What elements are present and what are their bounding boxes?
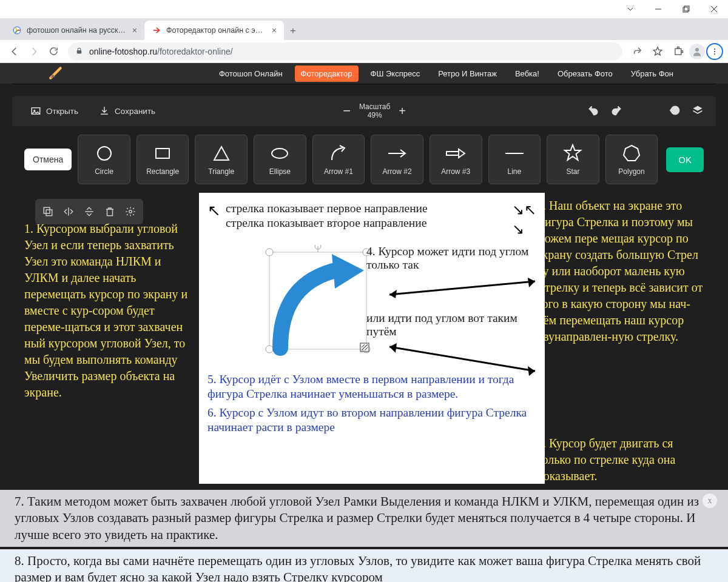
browser-tab-active[interactable]: Фоторедактор онлайн с эффектами × bbox=[144, 21, 284, 40]
window-restore-icon[interactable] bbox=[672, 0, 700, 18]
shape-label: Star bbox=[566, 167, 579, 176]
google-favicon-icon bbox=[12, 25, 22, 35]
shape-label: Arrow #3 bbox=[441, 167, 470, 176]
canvas-arrow-shape[interactable] bbox=[262, 245, 377, 360]
browser-menu-icon[interactable] bbox=[706, 43, 723, 60]
svg-rect-6 bbox=[77, 50, 82, 53]
shape-label: Triangle bbox=[208, 167, 234, 176]
undo-icon[interactable] bbox=[587, 104, 599, 118]
window-caret-icon[interactable] bbox=[616, 0, 644, 18]
shape-line[interactable]: Line bbox=[488, 135, 541, 184]
shape-label: Polygon bbox=[618, 167, 644, 176]
nav-item-photoshop-online[interactable]: Фотошоп Онлайн bbox=[213, 65, 289, 82]
nav-back-button[interactable] bbox=[5, 42, 24, 61]
url-path: /fotoredaktor-online/ bbox=[157, 47, 233, 56]
shape-label: Rectangle bbox=[146, 167, 179, 176]
annotation-angle-alt: или идти под углом вот таким путём bbox=[366, 312, 536, 338]
circle-icon bbox=[94, 143, 115, 164]
extensions-icon[interactable] bbox=[669, 42, 688, 61]
nav-item-webcam[interactable]: Вебка! bbox=[509, 65, 545, 82]
duplicate-icon[interactable] bbox=[38, 201, 58, 222]
svg-rect-21 bbox=[447, 152, 459, 155]
shape-circle[interactable]: Circle bbox=[78, 135, 130, 184]
history-icon[interactable] bbox=[669, 104, 681, 118]
tab-close-icon[interactable]: × bbox=[132, 25, 137, 35]
svg-point-11 bbox=[714, 48, 715, 49]
trash-icon[interactable] bbox=[99, 201, 120, 222]
zoom-in-button[interactable]: + bbox=[399, 104, 406, 118]
nw-se-cursor-icon: ↖ bbox=[207, 201, 221, 220]
nav-item-retro[interactable]: Ретро И Винтаж bbox=[432, 65, 503, 82]
canvas-area: 1. Курсором выбрали угловой Узел и если … bbox=[12, 193, 716, 490]
profile-avatar-icon[interactable] bbox=[689, 44, 705, 59]
shape-arrow-1[interactable]: Arrow #1 bbox=[312, 135, 365, 184]
shape-polygon[interactable]: Polygon bbox=[605, 135, 658, 184]
browser-tab[interactable]: фотошоп онлайн на русском - × bbox=[5, 21, 144, 40]
flip-v-icon[interactable] bbox=[79, 201, 99, 222]
new-tab-button[interactable]: + bbox=[284, 22, 302, 40]
window-minimize-icon[interactable] bbox=[644, 0, 672, 18]
paper-canvas: ↖ стрелка показывает первое направление … bbox=[199, 193, 545, 484]
shape-label: Circle bbox=[95, 167, 113, 176]
paper-line-2: стрелка показывает второе направление bbox=[226, 216, 507, 230]
star-icon bbox=[562, 143, 583, 164]
ellipse-icon bbox=[269, 143, 290, 164]
svg-rect-25 bbox=[107, 209, 113, 216]
svg-line-35 bbox=[389, 281, 535, 295]
open-label: Открыть bbox=[46, 107, 78, 116]
ok-button[interactable]: OK bbox=[666, 147, 704, 172]
site-favicon-icon bbox=[152, 25, 161, 35]
annotation-8-panel: 8. Просто, когда вы сами начнёте перемещ… bbox=[0, 547, 728, 582]
nav-item-express[interactable]: ФШ Экспресс bbox=[365, 65, 426, 82]
annotation-1: 1. Курсором выбрали угловой Узел и если … bbox=[24, 221, 193, 401]
nav-item-remove-bg[interactable]: Убрать Фон bbox=[625, 65, 679, 82]
arrow1-icon bbox=[328, 143, 349, 164]
annotation-7-panel: 7. Таким методом может быть захвачен люб… bbox=[0, 490, 728, 547]
close-bubble-icon[interactable]: x bbox=[703, 493, 717, 508]
gear-icon[interactable] bbox=[120, 201, 141, 222]
address-bar: online-fotoshop.ru/fotoredaktor-online/ bbox=[0, 40, 728, 63]
svg-line-36 bbox=[389, 347, 535, 371]
layers-icon[interactable] bbox=[692, 104, 704, 118]
svg-rect-8 bbox=[677, 47, 679, 48]
shape-ellipse[interactable]: Ellipse bbox=[254, 135, 306, 184]
arrow2-icon bbox=[387, 143, 408, 164]
save-button[interactable]: Сохранить bbox=[93, 102, 161, 120]
shape-arrow-3[interactable]: Arrow #3 bbox=[430, 135, 482, 184]
shape-rectangle[interactable]: Rectangle bbox=[136, 135, 189, 184]
svg-rect-18 bbox=[156, 149, 169, 158]
nav-item-fotoredaktor[interactable]: Фоторедактор bbox=[295, 65, 359, 82]
svg-point-13 bbox=[714, 53, 715, 54]
annotation-3: 3. Курсор будет двигать ся только по стр… bbox=[537, 435, 704, 484]
angle-arrow-down-icon bbox=[383, 342, 541, 378]
svg-point-26 bbox=[129, 210, 132, 213]
se-cursor-icon: ↘ bbox=[512, 221, 536, 238]
share-icon[interactable] bbox=[627, 42, 647, 61]
tab-title: фотошоп онлайн на русском - bbox=[27, 26, 127, 35]
svg-rect-24 bbox=[46, 210, 52, 216]
shape-label: Line bbox=[507, 167, 521, 176]
flip-h-icon[interactable] bbox=[58, 201, 79, 222]
cancel-button[interactable]: Отмена bbox=[24, 149, 72, 170]
triangle-icon bbox=[211, 143, 232, 164]
redo-icon[interactable] bbox=[610, 104, 622, 118]
shape-star[interactable]: Star bbox=[547, 135, 599, 184]
window-close-icon[interactable] bbox=[700, 0, 728, 18]
nw-cursor-icon: ↘↖ bbox=[512, 201, 536, 218]
nav-item-crop[interactable]: Обрезать Фото bbox=[551, 65, 619, 82]
window-titlebar bbox=[0, 0, 728, 18]
svg-point-28 bbox=[266, 249, 273, 256]
tab-close-icon[interactable]: × bbox=[272, 25, 277, 35]
url-input[interactable]: online-fotoshop.ru/fotoredaktor-online/ bbox=[68, 42, 622, 61]
nav-forward-button[interactable] bbox=[24, 42, 44, 61]
shape-arrow-2[interactable]: Arrow #2 bbox=[371, 135, 423, 184]
open-button[interactable]: Открыть bbox=[24, 102, 84, 120]
shape-triangle[interactable]: Triangle bbox=[195, 135, 248, 184]
zoom-label: Масштаб bbox=[359, 102, 390, 111]
site-logo-icon[interactable] bbox=[49, 65, 64, 82]
editor-toolbar: Открыть Сохранить − Масштаб 49% + bbox=[12, 96, 716, 126]
nav-reload-button[interactable] bbox=[44, 42, 63, 61]
bookmark-star-icon[interactable] bbox=[648, 42, 667, 61]
shape-label: Arrow #1 bbox=[324, 167, 353, 176]
zoom-out-button[interactable]: − bbox=[343, 103, 351, 119]
